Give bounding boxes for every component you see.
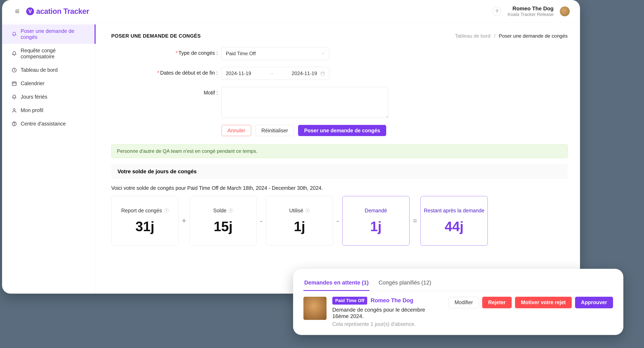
operator-minus: - [336, 217, 339, 225]
hamburger-icon [15, 9, 20, 14]
info-icon[interactable]: ? [228, 208, 233, 213]
quota-label: Report de congés [121, 208, 162, 214]
dates-label: *Dates de début et de fin : [111, 67, 222, 76]
main-content: POSER UNE DEMANDE DE CONGÉS Tableau de b… [96, 23, 580, 294]
submit-button[interactable]: Poser une demande de congés [298, 125, 386, 136]
breadcrumb-root[interactable]: Tableau de bord [455, 33, 490, 39]
quota-heading: Votre solde de jours de congés [111, 164, 568, 179]
reset-button[interactable]: Réinitialiser [255, 125, 294, 136]
leave-type-select[interactable]: Paid Time Off [222, 47, 329, 60]
sidebar-item-calendar[interactable]: Calendrier [2, 77, 96, 90]
operator-plus: + [182, 217, 186, 225]
sidebar-item-comp-request[interactable]: Requête congé compensatoire [2, 44, 96, 63]
request-avatar [304, 297, 326, 320]
date-start: 2024-11-19 [226, 71, 251, 76]
user-icon [12, 108, 17, 113]
leave-request-form: *Type de congés : Paid Time Off *Dates d… [111, 47, 568, 136]
chevron-down-icon [321, 52, 325, 55]
quota-label: Solde [213, 208, 226, 214]
info-icon[interactable]: ? [305, 208, 310, 213]
quota-section: Votre solde de jours de congés Voici vot… [111, 164, 568, 246]
quota-value: 1j [370, 219, 382, 234]
quota-description: Voici votre solde de congés pour Paid Ti… [111, 179, 568, 196]
arrow-right-icon: → [254, 71, 288, 76]
calendar-icon [320, 71, 325, 76]
operator-equals: = [413, 217, 417, 225]
pending-requests-panel: Demandes en attente (1) Congés planifiés… [293, 269, 623, 335]
quota-label: Demandé [365, 208, 387, 214]
svg-point-10 [14, 125, 14, 125]
breadcrumb: Tableau de bord / Poser une demande de c… [455, 33, 568, 39]
logo-letter: V [28, 8, 32, 15]
reason-label: Motif : [111, 87, 222, 96]
request-meta: Cela représente 1 jour(s) d'absence. [332, 321, 443, 327]
leave-type-label: *Type de congés : [111, 47, 222, 56]
sidebar-item-help-center[interactable]: Centre d'assistance [2, 117, 96, 130]
bell-icon [12, 94, 17, 100]
leave-type-value: Paid Time Off [226, 51, 256, 56]
tab-scheduled-leave[interactable]: Congés planifiés (12) [378, 277, 432, 291]
sidebar-item-request-leave[interactable]: Poser une demande de congés [2, 24, 96, 44]
tab-pending-requests[interactable]: Demandes en attente (1) [304, 277, 370, 291]
quota-card-balance: Solde? 15j [190, 196, 257, 246]
sidebar-item-label: Calendrier [21, 80, 44, 86]
quota-card-carryover: Report de congés? 31j [111, 196, 178, 246]
app-window: V acation Tracker ? Romeo The Dog Koala … [2, 0, 580, 294]
user-info[interactable]: Romeo The Dog Koala Tracker Release [508, 5, 554, 17]
sidebar-item-label: Jours fériés [21, 94, 47, 100]
sidebar-item-label: Tableau de bord [21, 67, 58, 73]
quota-value: 1j [294, 219, 305, 234]
sidebar-item-profile[interactable]: Mon profil [2, 104, 96, 117]
svg-point-8 [14, 109, 15, 110]
quota-value: 31j [136, 219, 154, 234]
leave-type-badge: Paid Time Off [332, 297, 367, 305]
sidebar-item-label: Poser une demande de congés [21, 28, 89, 40]
date-range-input[interactable]: 2024-11-19 → 2024-11-19 [222, 67, 329, 80]
user-subtitle: Koala Tracker Release [508, 12, 554, 17]
tabs: Demandes en attente (1) Congés planifiés… [304, 277, 613, 291]
sidebar: Poser une demande de congés Requête cong… [2, 23, 96, 294]
avatar[interactable] [560, 7, 570, 16]
sidebar-item-label: Mon profil [21, 107, 43, 113]
svg-rect-11 [321, 72, 324, 75]
help-button[interactable]: ? [492, 7, 501, 16]
sidebar-item-holidays[interactable]: Jours fériés [2, 90, 96, 104]
clock-icon [12, 67, 17, 73]
reject-button[interactable]: Rejeter [482, 297, 512, 308]
help-icon [12, 121, 17, 126]
request-user-name[interactable]: Romeo The Dog [370, 297, 413, 304]
operator-minus: - [260, 217, 262, 225]
logo-text: acation Tracker [36, 7, 89, 16]
reason-textarea[interactable] [222, 87, 388, 118]
question-icon: ? [496, 9, 498, 14]
request-description: Demande de congés pour le décembre 16ème… [332, 307, 443, 319]
user-name: Romeo The Dog [508, 5, 554, 12]
sidebar-item-label: Centre d'assistance [21, 121, 66, 127]
app-header: V acation Tracker ? Romeo The Dog Koala … [2, 0, 580, 23]
quota-label: Utilisé [289, 208, 303, 214]
menu-toggle-button[interactable] [14, 8, 21, 15]
bell-icon [12, 51, 17, 56]
logo-icon: V [26, 8, 34, 15]
info-icon[interactable]: ? [164, 208, 169, 213]
logo[interactable]: V acation Tracker [26, 7, 89, 16]
approve-button[interactable]: Approuver [575, 297, 613, 308]
motivate-rejection-button[interactable]: Motiver votre rejet [515, 297, 572, 308]
svg-rect-4 [12, 82, 16, 85]
alert-text: Personne d'autre de QA team n'est en con… [117, 148, 258, 154]
breadcrumb-current: Poser une demande de congés [499, 33, 568, 39]
quota-card-remaining: Restant après la demande 44j [420, 196, 488, 246]
quota-label: Restant après la demande [424, 208, 484, 214]
page-title: POSER UNE DEMANDE DE CONGÉS [111, 33, 201, 39]
quota-card-requested: Demandé 1j [342, 196, 410, 246]
breadcrumb-separator: / [494, 33, 496, 39]
quota-value: 44j [444, 219, 464, 234]
sidebar-item-label: Requête congé compensatoire [21, 48, 89, 60]
bell-icon [12, 32, 17, 37]
cancel-button[interactable]: Annuler [222, 125, 251, 136]
quota-card-used: Utilisé? 1j [266, 196, 333, 246]
edit-button[interactable]: Modifier [448, 297, 479, 308]
request-card: Paid Time Off Romeo The Dog Demande de c… [304, 297, 613, 327]
date-end: 2024-11-19 [292, 71, 317, 76]
sidebar-item-dashboard[interactable]: Tableau de bord [2, 63, 96, 77]
